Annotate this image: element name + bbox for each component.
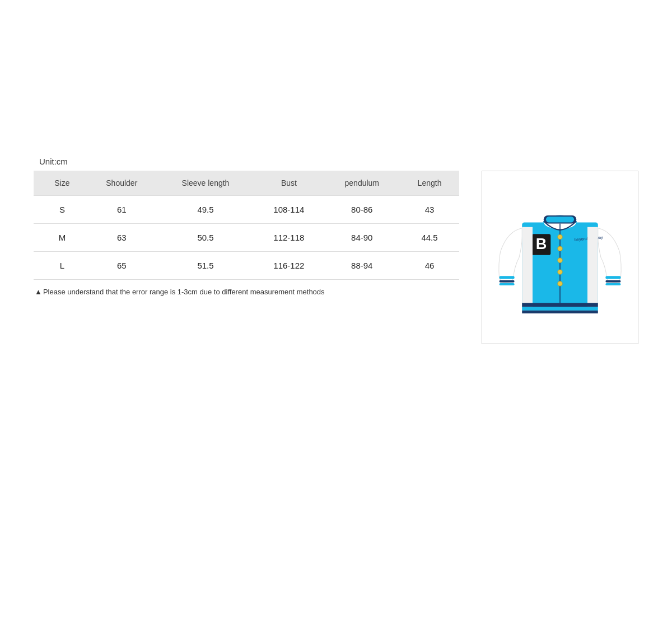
jacket-illustration: B beyond the way [487,176,633,339]
svg-rect-3 [546,217,574,222]
svg-rect-9 [605,283,620,285]
cell-size: S [34,196,86,224]
svg-point-12 [558,246,562,251]
svg-point-11 [558,234,562,239]
cell-shoulder: 63 [86,224,157,252]
svg-rect-19 [522,227,533,309]
svg-rect-23 [522,311,598,313]
table-row: M 63 50.5 112-118 84-90 44.5 [34,224,459,252]
svg-rect-6 [500,283,515,285]
cell-length: 44.5 [400,224,459,252]
cell-bust: 108-114 [254,196,324,224]
product-image-box: B beyond the way [482,171,638,344]
cell-length: 43 [400,196,459,224]
col-length: Length [400,171,459,196]
svg-point-14 [558,270,562,274]
table-row: S 61 49.5 108-114 80-86 43 [34,196,459,224]
content-row: Size Shoulder Sleeve length Bust pendulu… [34,171,638,344]
cell-size: M [34,224,86,252]
col-bust: Bust [254,171,324,196]
product-image-section: B beyond the way [482,171,638,344]
cell-shoulder: 65 [86,252,157,280]
svg-rect-7 [605,276,620,279]
cell-shoulder: 61 [86,196,157,224]
cell-sleeve: 49.5 [157,196,254,224]
cell-pendulum: 80-86 [324,196,400,224]
col-shoulder: Shoulder [86,171,157,196]
svg-rect-4 [500,276,515,279]
svg-rect-21 [522,303,598,307]
cell-length: 46 [400,252,459,280]
disclaimer-text: Please understand that the error range i… [34,288,459,296]
col-sleeve: Sleeve length [157,171,254,196]
col-pendulum: pendulum [324,171,400,196]
table-row: L 65 51.5 116-122 88-94 46 [34,252,459,280]
svg-text:B: B [536,235,547,252]
cell-pendulum: 84-90 [324,224,400,252]
unit-label: Unit:cm [34,157,638,166]
svg-rect-5 [500,280,515,283]
svg-point-15 [558,281,562,286]
size-table: Size Shoulder Sleeve length Bust pendulu… [34,171,459,280]
svg-rect-22 [522,307,598,311]
cell-sleeve: 51.5 [157,252,254,280]
table-section: Size Shoulder Sleeve length Bust pendulu… [34,171,459,296]
cell-pendulum: 88-94 [324,252,400,280]
cell-bust: 112-118 [254,224,324,252]
cell-bust: 116-122 [254,252,324,280]
cell-sleeve: 50.5 [157,224,254,252]
table-header-row: Size Shoulder Sleeve length Bust pendulu… [34,171,459,196]
svg-rect-8 [605,280,620,283]
main-container: Unit:cm Size Shoulder Sleeve length Bust… [34,157,638,344]
svg-rect-20 [587,227,598,309]
cell-size: L [34,252,86,280]
svg-point-13 [558,258,562,262]
col-size: Size [34,171,86,196]
